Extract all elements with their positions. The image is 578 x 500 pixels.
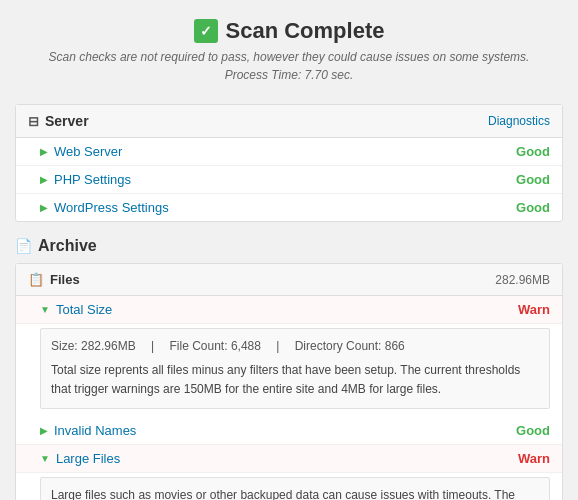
web-server-link[interactable]: Web Server: [54, 144, 516, 159]
files-title: 📋 Files: [28, 272, 80, 287]
scan-subtitle: Scan checks are not required to pass, ho…: [15, 48, 563, 84]
files-size: 282.96MB: [495, 273, 550, 287]
large-files-section: ▼ Large Files Warn Large files such as m…: [16, 445, 562, 500]
server-section-title: ⊟ Server: [28, 113, 89, 129]
stat-file-count: File Count: 6,488: [170, 339, 261, 353]
stat-dir-count: Directory Count: 866: [295, 339, 405, 353]
wordpress-settings-link[interactable]: WordPress Settings: [54, 200, 516, 215]
diagnostics-link[interactable]: Diagnostics: [488, 114, 550, 128]
scan-header: ✓ Scan Complete Scan checks are not requ…: [15, 10, 563, 92]
check-icon: ✓: [194, 19, 218, 43]
files-icon: 📋: [28, 272, 44, 287]
down-arrow-icon: ▼: [40, 453, 50, 464]
php-settings-link[interactable]: PHP Settings: [54, 172, 516, 187]
stat-size: Size: 282.96MB: [51, 339, 136, 353]
archive-section: 📄 Archive 📋 Files 282.96MB ▼ Total Size …: [15, 237, 563, 500]
arrow-icon: ▶: [40, 425, 48, 436]
total-size-detail: Size: 282.96MB | File Count: 6,488 | Dir…: [40, 328, 550, 409]
total-size-status: Warn: [518, 302, 550, 317]
total-size-description: Total size reprents all files minus any …: [51, 361, 539, 399]
archive-title: 📄 Archive: [15, 237, 563, 255]
total-size-section: ▼ Total Size Warn Size: 282.96MB | File …: [16, 296, 562, 409]
large-files-row: ▼ Large Files Warn: [16, 445, 562, 473]
server-icon: ⊟: [28, 114, 39, 129]
page-wrapper: ✓ Scan Complete Scan checks are not requ…: [0, 0, 578, 500]
server-items-list: ▶ Web Server Good ▶ PHP Settings Good ▶ …: [16, 138, 562, 221]
subtitle-line1: Scan checks are not required to pass, ho…: [49, 50, 530, 64]
large-files-status: Warn: [518, 451, 550, 466]
server-item-web-server: ▶ Web Server Good: [16, 138, 562, 166]
large-files-detail: Large files such as movies or other back…: [40, 477, 550, 500]
files-section: 📋 Files 282.96MB ▼ Total Size Warn Size:…: [15, 263, 563, 500]
invalid-names-row: ▶ Invalid Names Good: [16, 417, 562, 445]
scan-title-text: Scan Complete: [226, 18, 385, 44]
subtitle-line2: Process Time: 7.70 sec.: [225, 68, 354, 82]
files-header: 📋 Files 282.96MB: [16, 264, 562, 296]
server-section-header: ⊟ Server Diagnostics: [16, 105, 562, 138]
server-item-php-settings: ▶ PHP Settings Good: [16, 166, 562, 194]
invalid-names-status: Good: [516, 423, 550, 438]
arrow-icon: ▶: [40, 146, 48, 157]
total-size-stats: Size: 282.96MB | File Count: 6,488 | Dir…: [51, 337, 539, 356]
scan-title: ✓ Scan Complete: [15, 18, 563, 44]
invalid-names-link[interactable]: Invalid Names: [54, 423, 516, 438]
total-size-link[interactable]: Total Size: [56, 302, 518, 317]
server-section: ⊟ Server Diagnostics ▶ Web Server Good ▶…: [15, 104, 563, 222]
total-size-row: ▼ Total Size Warn: [16, 296, 562, 324]
arrow-icon: ▶: [40, 174, 48, 185]
down-arrow-icon: ▼: [40, 304, 50, 315]
large-files-description: Large files such as movies or other back…: [51, 486, 539, 500]
server-item-wordpress-settings: ▶ WordPress Settings Good: [16, 194, 562, 221]
php-settings-status: Good: [516, 172, 550, 187]
large-files-link[interactable]: Large Files: [56, 451, 518, 466]
web-server-status: Good: [516, 144, 550, 159]
wordpress-settings-status: Good: [516, 200, 550, 215]
arrow-icon: ▶: [40, 202, 48, 213]
archive-icon: 📄: [15, 238, 32, 254]
